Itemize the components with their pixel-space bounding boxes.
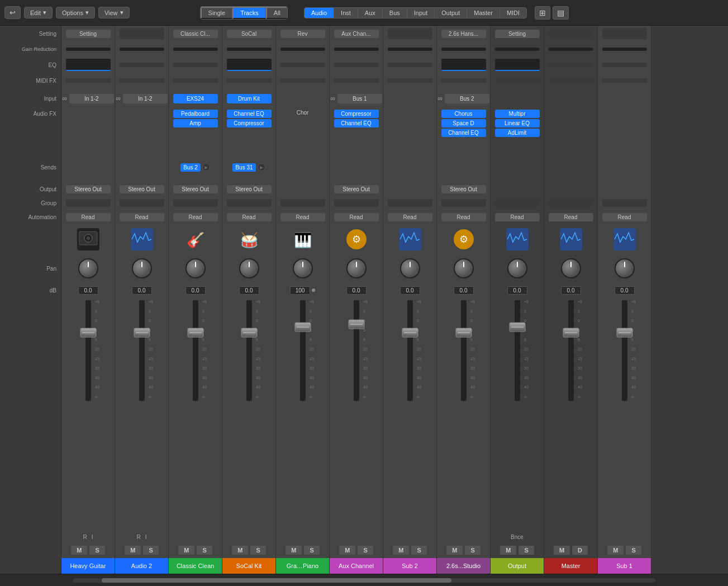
auto-btn-audio-2[interactable]: Read	[120, 213, 164, 221]
name-bar-socal-kit[interactable]: SoCal Kit	[222, 558, 275, 574]
fx-btn-classic-clean-0[interactable]: Pedalboard	[173, 110, 218, 118]
name-bar-heavy-guitar[interactable]: Heavy Guitar	[61, 558, 115, 574]
input-btn-2-6s-studio[interactable]: Bus 2	[445, 94, 489, 103]
input-btn-classic-clean[interactable]: EXS24	[173, 94, 218, 103]
m-btn-output[interactable]: M	[500, 546, 516, 555]
db-input-socal-kit[interactable]	[239, 286, 259, 295]
setting-btn-gra-piano[interactable]: Rev	[280, 30, 325, 38]
name-bar-gra-piano[interactable]: Gra…Piano	[276, 558, 329, 574]
setting-btn-2-6s-studio[interactable]: 2.6s Hans...	[441, 30, 486, 38]
setting-btn-heavy-guitar[interactable]: Setting	[66, 30, 111, 38]
name-bar-audio-2[interactable]: Audio 2	[115, 558, 168, 574]
db-input-gra-piano[interactable]	[290, 286, 310, 295]
auto-btn-gra-piano[interactable]: Read	[280, 213, 325, 221]
s-btn-aux-channel[interactable]: S	[358, 546, 373, 555]
db-input-output[interactable]	[507, 286, 527, 295]
name-bar-2-6s-studio[interactable]: 2.6s...Studio	[437, 558, 490, 574]
s-btn-output[interactable]: S	[518, 546, 534, 555]
input-btn-socal-kit[interactable]: Drum Kit	[227, 94, 272, 103]
input-btn-heavy-guitar[interactable]: In 1-2	[69, 94, 114, 103]
db-input-2-6s-studio[interactable]	[454, 286, 474, 295]
s-btn-gra-piano[interactable]: S	[304, 546, 319, 555]
output-btn-heavy-guitar[interactable]: Stereo Out	[66, 185, 111, 193]
name-bar-master[interactable]: Master	[544, 558, 597, 574]
pan-knob[interactable]	[346, 258, 367, 278]
auto-btn-aux-channel[interactable]: Read	[334, 213, 379, 221]
s-btn-sub-2[interactable]: S	[411, 546, 426, 555]
pan-knob[interactable]	[185, 258, 206, 278]
auto-btn-sub-1[interactable]: Read	[602, 213, 647, 221]
auto-btn-heavy-guitar[interactable]: Read	[66, 213, 111, 221]
name-bar-sub-2[interactable]: Sub 2	[383, 558, 436, 574]
db-input-sub-1[interactable]	[615, 286, 635, 295]
m-btn-sub-2[interactable]: M	[393, 546, 409, 555]
db-input-sub-2[interactable]	[400, 286, 420, 295]
m-btn-socal-kit[interactable]: M	[232, 546, 248, 555]
inst-type-btn[interactable]: Inst	[334, 7, 358, 18]
auto-btn-classic-clean[interactable]: Read	[173, 213, 218, 221]
m-btn-aux-channel[interactable]: M	[339, 546, 355, 555]
send-btn-classic-clean-0[interactable]: Bus 2	[180, 163, 201, 172]
scrollbar-track[interactable]	[73, 578, 655, 583]
send-monitor-socal-kit-0[interactable]: ▶	[258, 163, 265, 171]
grid-view-2-btn[interactable]: ▤	[553, 6, 569, 20]
auto-btn-output[interactable]: Read	[495, 213, 540, 221]
db-input-master[interactable]	[561, 286, 581, 295]
m-btn-classic-clean[interactable]: M	[178, 546, 194, 555]
pan-knob[interactable]	[78, 258, 98, 278]
pan-knob[interactable]	[400, 258, 420, 278]
m-btn-2-6s-studio[interactable]: M	[446, 546, 463, 555]
m-btn-heavy-guitar[interactable]: M	[71, 546, 87, 555]
input-btn-audio-2[interactable]: In 1-2	[123, 94, 168, 103]
view-button[interactable]: View ▾	[98, 7, 130, 18]
db-input-classic-clean[interactable]	[185, 286, 206, 295]
setting-btn-output[interactable]: Setting	[495, 30, 540, 38]
m-btn-gra-piano[interactable]: M	[286, 546, 302, 555]
fx-btn-aux-channel-0[interactable]: Compressor	[334, 110, 379, 118]
auto-btn-socal-kit[interactable]: Read	[227, 213, 272, 221]
options-button[interactable]: Options ▾	[56, 7, 95, 18]
s-btn-2-6s-studio[interactable]: S	[465, 546, 480, 555]
m-btn-audio-2[interactable]: M	[125, 546, 141, 555]
name-bar-classic-clean[interactable]: Classic Clean	[169, 558, 222, 574]
name-bar-aux-channel[interactable]: Aux Channel	[330, 558, 383, 574]
input-type-btn[interactable]: Input	[407, 7, 435, 18]
fx-btn-2-6s-studio-0[interactable]: Chorus	[441, 110, 486, 118]
setting-btn-socal-kit[interactable]: SoCal	[227, 30, 272, 38]
name-bar-sub-1[interactable]: Sub 1	[598, 558, 651, 574]
output-btn-aux-channel[interactable]: Stereo Out	[334, 185, 379, 193]
scrollbar-thumb[interactable]	[102, 578, 451, 583]
output-type-btn[interactable]: Output	[434, 7, 467, 18]
pan-knob[interactable]	[293, 258, 313, 278]
s-btn-sub-1[interactable]: S	[626, 546, 641, 555]
pan-knob[interactable]	[132, 258, 152, 278]
send-btn-socal-kit-0[interactable]: Bus 31	[232, 163, 255, 172]
name-bar-output[interactable]: Output	[491, 558, 544, 574]
output-btn-classic-clean[interactable]: Stereo Out	[173, 185, 218, 193]
db-input-heavy-guitar[interactable]	[78, 286, 98, 295]
fx-btn-2-6s-studio-1[interactable]: Space D	[441, 119, 486, 127]
pan-knob[interactable]	[239, 258, 259, 278]
send-monitor-classic-clean-0[interactable]: ▶	[202, 163, 210, 171]
ms-D-master[interactable]: D	[572, 546, 588, 555]
all-seg[interactable]: All	[266, 7, 287, 19]
aux-type-btn[interactable]: Aux	[358, 7, 383, 18]
single-seg[interactable]: Single	[201, 7, 233, 19]
setting-btn-classic-clean[interactable]: Classic Cl...	[173, 30, 218, 38]
back-button[interactable]: ↩	[4, 6, 21, 19]
setting-btn-aux-channel[interactable]: Aux Chan...	[334, 30, 379, 38]
pan-knob[interactable]	[507, 258, 527, 278]
fx-btn-aux-channel-1[interactable]: Channel EQ	[334, 119, 379, 127]
tracks-seg[interactable]: Tracks	[232, 7, 266, 19]
auto-btn-2-6s-studio[interactable]: Read	[441, 213, 486, 221]
auto-btn-sub-2[interactable]: Read	[388, 213, 432, 221]
fx-btn-2-6s-studio-2[interactable]: Channel EQ	[441, 129, 486, 137]
output-btn-socal-kit[interactable]: Stereo Out	[227, 185, 272, 193]
grid-view-1-btn[interactable]: ⊞	[535, 6, 550, 20]
midi-type-btn[interactable]: MIDI	[499, 7, 527, 18]
pan-knob[interactable]	[561, 258, 581, 278]
pan-knob[interactable]	[615, 258, 635, 278]
ms-M-master[interactable]: M	[554, 546, 570, 555]
auto-btn-master[interactable]: Read	[549, 213, 593, 221]
output-btn-audio-2[interactable]: Stereo Out	[120, 185, 164, 193]
